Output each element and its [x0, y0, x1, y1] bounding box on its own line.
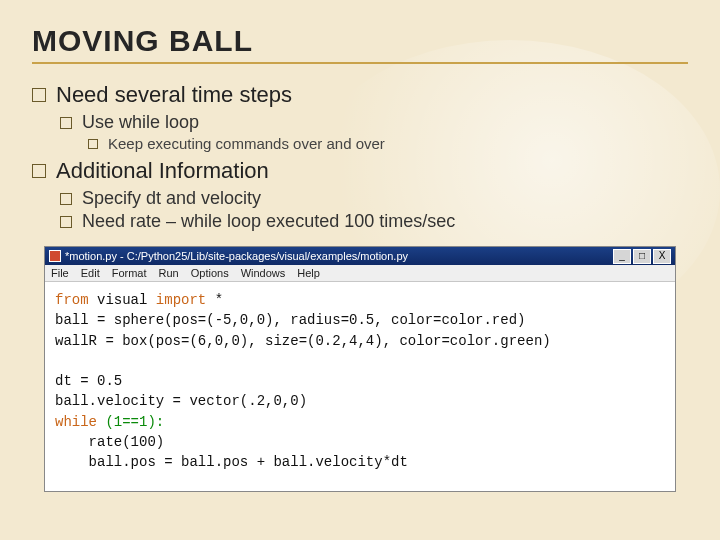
maximize-button[interactable]: □ — [633, 249, 651, 264]
bullet-keep-executing: Keep executing commands over and over — [88, 135, 688, 152]
code-kw: while — [55, 414, 97, 430]
bullet-additional-info: Additional Information — [32, 158, 688, 184]
bullet-icon — [32, 164, 46, 178]
window-titlebar[interactable]: *motion.py - C:/Python25/Lib/site-packag… — [45, 247, 675, 265]
menu-bar: File Edit Format Run Options Windows Hel… — [45, 265, 675, 282]
bullet-icon — [60, 193, 72, 205]
bullet-text: Additional Information — [56, 158, 269, 184]
bullet-need-rate: Need rate – while loop executed 100 time… — [60, 211, 688, 232]
bullet-text: Use while loop — [82, 112, 199, 133]
code-text: (1==1): — [97, 414, 164, 430]
app-icon — [49, 250, 61, 262]
slide-title: MOVING BALL — [32, 24, 688, 58]
code-line: ball.velocity = vector(.2,0,0) — [55, 393, 307, 409]
code-editor[interactable]: from visual import * ball = sphere(pos=(… — [45, 282, 675, 491]
bullet-icon — [32, 88, 46, 102]
menu-run[interactable]: Run — [159, 267, 179, 279]
menu-windows[interactable]: Windows — [241, 267, 286, 279]
code-line: dt = 0.5 — [55, 373, 122, 389]
bullet-icon — [60, 216, 72, 228]
close-button[interactable]: X — [653, 249, 671, 264]
menu-format[interactable]: Format — [112, 267, 147, 279]
bullet-need-time-steps: Need several time steps — [32, 82, 688, 108]
bullet-use-while-loop: Use while loop — [60, 112, 688, 133]
editor-window: *motion.py - C:/Python25/Lib/site-packag… — [44, 246, 676, 492]
code-kw: import — [156, 292, 206, 308]
code-text: visual — [89, 292, 156, 308]
bullet-text: Keep executing commands over and over — [108, 135, 385, 152]
title-underline — [32, 62, 688, 64]
code-kw: from — [55, 292, 89, 308]
menu-options[interactable]: Options — [191, 267, 229, 279]
minimize-button[interactable]: _ — [613, 249, 631, 264]
code-line: wallR = box(pos=(6,0,0), size=(0.2,4,4),… — [55, 333, 551, 349]
code-line: ball = sphere(pos=(-5,0,0), radius=0.5, … — [55, 312, 525, 328]
bullet-specify-dt: Specify dt and velocity — [60, 188, 688, 209]
window-title: *motion.py - C:/Python25/Lib/site-packag… — [65, 250, 613, 262]
bullet-text: Specify dt and velocity — [82, 188, 261, 209]
bullet-icon — [60, 117, 72, 129]
code-line: ball.pos = ball.pos + ball.velocity*dt — [55, 454, 408, 470]
menu-help[interactable]: Help — [297, 267, 320, 279]
bullet-icon — [88, 139, 98, 149]
menu-edit[interactable]: Edit — [81, 267, 100, 279]
code-text: * — [206, 292, 223, 308]
menu-file[interactable]: File — [51, 267, 69, 279]
code-line: rate(100) — [55, 434, 164, 450]
bullet-text: Need rate – while loop executed 100 time… — [82, 211, 455, 232]
bullet-text: Need several time steps — [56, 82, 292, 108]
